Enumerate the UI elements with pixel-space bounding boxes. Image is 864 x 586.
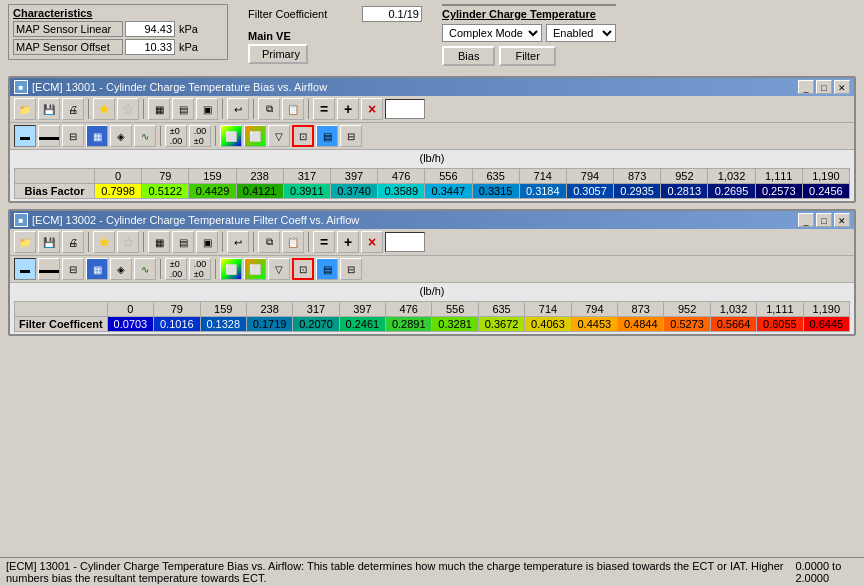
tb-print-btn-1[interactable]: 🖨 (62, 98, 84, 120)
data-cell-11[interactable]: 0.2935 (614, 184, 661, 199)
maximize-btn-1[interactable]: □ (816, 80, 832, 94)
data-cell-10[interactable]: 0.4453 (571, 317, 617, 332)
data-cell-1[interactable]: 0.1016 (154, 317, 200, 332)
tb-star-outline-btn-2[interactable]: ☆ (117, 231, 139, 253)
tb-num2-btn-1[interactable]: .00±0 (189, 125, 211, 147)
tb-star-btn-1[interactable]: ★ (93, 98, 115, 120)
tb-table2-btn-1[interactable]: ▤ (172, 98, 194, 120)
data-cell-4[interactable]: 0.3911 (283, 184, 330, 199)
tb-filter-btn-1[interactable]: ▽ (268, 125, 290, 147)
data-cell-10[interactable]: 0.3057 (566, 184, 613, 199)
tb-color3-btn-2[interactable]: ▤ (316, 258, 338, 280)
data-cell-8[interactable]: 0.3672 (478, 317, 524, 332)
data-cell-0[interactable]: 0.0703 (107, 317, 153, 332)
tb-view1-btn-1[interactable]: ▬ (14, 125, 36, 147)
tb-copy-btn-1[interactable]: ⧉ (258, 98, 280, 120)
tb-table1-btn-1[interactable]: ▦ (148, 98, 170, 120)
tb-plus-btn-2[interactable]: + (337, 231, 359, 253)
data-cell-3[interactable]: 0.4121 (236, 184, 283, 199)
tb-num1-btn-2[interactable]: ±0.00 (165, 258, 187, 280)
data-cell-13[interactable]: 0.2695 (708, 184, 755, 199)
tb-highlight-btn-1[interactable]: ⊡ (292, 125, 314, 147)
data-cell-9[interactable]: 0.4063 (525, 317, 571, 332)
data-cell-6[interactable]: 0.3589 (378, 184, 425, 199)
tb-color2-btn-2[interactable]: ⬜ (244, 258, 266, 280)
tb-color1-btn-1[interactable]: ⬜ (220, 125, 242, 147)
tb-equals-btn-2[interactable]: = (313, 231, 335, 253)
tb-undo-btn-2[interactable]: ↩ (227, 231, 249, 253)
tb-view3-btn-2[interactable]: ⊟ (62, 258, 84, 280)
data-cell-13[interactable]: 0.5664 (710, 317, 756, 332)
tb-equals-btn-1[interactable]: = (313, 98, 335, 120)
data-cell-2[interactable]: 0.4429 (189, 184, 236, 199)
minimize-btn-1[interactable]: _ (798, 80, 814, 94)
tb-undo-btn-1[interactable]: ↩ (227, 98, 249, 120)
tb-copy-btn-2[interactable]: ⧉ (258, 231, 280, 253)
tb-color3-btn-1[interactable]: ▤ (316, 125, 338, 147)
data-cell-3[interactable]: 0.1719 (246, 317, 292, 332)
tb-graph-btn-1[interactable]: ∿ (134, 125, 156, 147)
close-btn-2[interactable]: ✕ (834, 213, 850, 227)
data-cell-9[interactable]: 0.3184 (519, 184, 566, 199)
tb-times-btn-1[interactable]: × (361, 98, 383, 120)
data-cell-7[interactable]: 0.3281 (432, 317, 478, 332)
tb-open-btn-1[interactable]: 📁 (14, 98, 36, 120)
tb-highlight-btn-2[interactable]: ⊡ (292, 258, 314, 280)
maximize-btn-2[interactable]: □ (816, 213, 832, 227)
data-cell-2[interactable]: 0.1328 (200, 317, 246, 332)
data-cell-11[interactable]: 0.4844 (618, 317, 664, 332)
tb-star-btn-2[interactable]: ★ (93, 231, 115, 253)
data-cell-15[interactable]: 0.6445 (803, 317, 849, 332)
tb-save-btn-2[interactable]: 💾 (38, 231, 60, 253)
data-cell-14[interactable]: 0.2573 (755, 184, 802, 199)
tb-view4-btn-2[interactable]: ▦ (86, 258, 108, 280)
data-cell-12[interactable]: 0.5273 (664, 317, 710, 332)
tb-paste-btn-2[interactable]: 📋 (282, 231, 304, 253)
close-btn-1[interactable]: ✕ (834, 80, 850, 94)
data-cell-1[interactable]: 0.5122 (142, 184, 189, 199)
tb-filter-btn-2[interactable]: ▽ (268, 258, 290, 280)
tb-open-btn-2[interactable]: 📁 (14, 231, 36, 253)
tb-num2-btn-2[interactable]: .00±0 (189, 258, 211, 280)
data-cell-0[interactable]: 0.7998 (95, 184, 142, 199)
data-cell-8[interactable]: 0.3315 (472, 184, 519, 199)
data-cell-5[interactable]: 0.2461 (339, 317, 385, 332)
tb-num1-btn-1[interactable]: ±0.00 (165, 125, 187, 147)
data-cell-6[interactable]: 0.2891 (386, 317, 432, 332)
cylinder-model-select[interactable]: Complex Model (442, 24, 542, 42)
data-cell-12[interactable]: 0.2813 (661, 184, 708, 199)
tb-view3-btn-1[interactable]: ⊟ (62, 125, 84, 147)
data-cell-4[interactable]: 0.2070 (293, 317, 339, 332)
main-ve-button[interactable]: Primary (248, 44, 308, 64)
tb-star-outline-btn-1[interactable]: ☆ (117, 98, 139, 120)
tb-view5-btn-1[interactable]: ◈ (110, 125, 132, 147)
filter-button[interactable]: Filter (499, 46, 555, 66)
tb-color4-btn-1[interactable]: ⊟ (340, 125, 362, 147)
tb-table3-btn-1[interactable]: ▣ (196, 98, 218, 120)
tb-view1-btn-2[interactable]: ▬ (14, 258, 36, 280)
tb-save-btn-1[interactable]: 💾 (38, 98, 60, 120)
tb-table1-btn-2[interactable]: ▦ (148, 231, 170, 253)
tb-view2-btn-2[interactable]: ▬▬ (38, 258, 60, 280)
tb-table3-btn-2[interactable]: ▣ (196, 231, 218, 253)
tb-view5-btn-2[interactable]: ◈ (110, 258, 132, 280)
tb-view2-btn-1[interactable]: ▬▬ (38, 125, 60, 147)
cylinder-enabled-select[interactable]: Enabled (546, 24, 616, 42)
minimize-btn-2[interactable]: _ (798, 213, 814, 227)
tb-color2-btn-1[interactable]: ⬜ (244, 125, 266, 147)
tb-times-btn-2[interactable]: × (361, 231, 383, 253)
tb-color4-btn-2[interactable]: ⊟ (340, 258, 362, 280)
tb-value-input-2[interactable] (385, 232, 425, 252)
bias-button[interactable]: Bias (442, 46, 495, 66)
tb-view4-btn-1[interactable]: ▦ (86, 125, 108, 147)
data-cell-5[interactable]: 0.3740 (330, 184, 377, 199)
data-cell-15[interactable]: 0.2456 (802, 184, 849, 199)
data-cell-7[interactable]: 0.3447 (425, 184, 472, 199)
tb-color1-btn-2[interactable]: ⬜ (220, 258, 242, 280)
tb-value-input-1[interactable] (385, 99, 425, 119)
data-cell-14[interactable]: 0.6055 (757, 317, 803, 332)
tb-plus-btn-1[interactable]: + (337, 98, 359, 120)
tb-print-btn-2[interactable]: 🖨 (62, 231, 84, 253)
tb-paste-btn-1[interactable]: 📋 (282, 98, 304, 120)
tb-table2-btn-2[interactable]: ▤ (172, 231, 194, 253)
